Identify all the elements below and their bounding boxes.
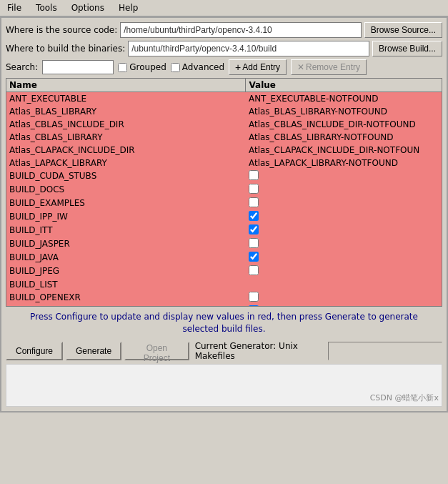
build-input[interactable] [128,41,369,56]
row-name-cell: BUILD_CUDA_STUBS [6,169,246,183]
browse-build-button[interactable]: Browse Build... [372,41,442,56]
bottom-buttons: Configure Generate Open Project Current … [6,341,442,361]
row-value-cell [246,278,442,291]
row-name-cell: BUILD_ITT [6,224,246,237]
row-value-cell[interactable] [246,183,442,197]
row-checkbox[interactable] [249,170,259,180]
row-value-cell: Atlas_CLAPACK_INCLUDE_DIR-NOTFOUN [246,144,442,157]
table-row[interactable]: BUILD_PACKAGE [6,305,442,307]
row-value-cell[interactable] [246,169,442,183]
row-value-cell[interactable] [246,224,442,237]
row-value-cell[interactable] [246,237,442,251]
table-row[interactable]: BUILD_JASPER [6,237,442,251]
cmake-table-container[interactable]: Name Value ANT_EXECUTABLEANT_EXECUTABLE-… [6,78,442,307]
row-name-cell: BUILD_JAVA [6,251,246,265]
row-checkbox[interactable] [249,184,259,194]
watermark-area: CSDN @蜡笔小新x [6,364,442,407]
row-value-cell: ANT_EXECUTABLE-NOTFOUND [246,92,442,105]
table-row[interactable]: Atlas_CBLAS_LIBRARYAtlas_CBLAS_LIBRARY-N… [6,131,442,144]
row-checkbox[interactable] [249,197,259,207]
col-name-header: Name [6,79,246,92]
row-value-cell[interactable] [246,265,442,278]
row-checkbox[interactable] [249,305,259,307]
row-checkbox[interactable] [249,252,259,262]
remove-entry-label: Remove Entry [306,62,360,72]
row-value-cell: Atlas_CBLAS_LIBRARY-NOTFOUND [246,131,442,144]
row-checkbox[interactable] [249,224,259,234]
search-input[interactable] [42,60,114,74]
generator-input[interactable] [328,342,442,360]
add-entry-button[interactable]: + Add Entry [229,59,287,75]
table-row[interactable]: BUILD_EXAMPLES [6,197,442,210]
row-name-cell: BUILD_DOCS [6,183,246,197]
search-label: Search: [6,62,38,72]
menubar: File Tools Options Help [0,0,448,16]
col-value-header: Value [246,79,442,92]
grouped-label: Grouped [129,62,166,72]
row-value-cell[interactable] [246,291,442,305]
row-name-cell: BUILD_JPEG [6,265,246,278]
status-bar: Press Configure to update and display ne… [6,310,442,337]
row-name-cell: ANT_EXECUTABLE [6,92,246,105]
row-name-cell: Atlas_CLAPACK_INCLUDE_DIR [6,144,246,157]
advanced-checkbox[interactable] [171,63,180,72]
generate-button[interactable]: Generate [66,342,121,360]
row-value-cell[interactable] [246,305,442,307]
status-line1: Press Configure to update and display ne… [30,312,418,322]
row-name-cell: Atlas_CBLAS_LIBRARY [6,131,246,144]
table-row[interactable]: BUILD_ITT [6,224,442,237]
row-value-cell[interactable] [246,251,442,265]
table-row[interactable]: BUILD_OPENEXR [6,291,442,305]
menu-options[interactable]: Options [67,1,109,14]
row-checkbox[interactable] [249,265,259,275]
row-checkbox[interactable] [249,292,259,302]
generator-label: Current Generator: Unix Makefiles [195,341,325,361]
row-name-cell: Atlas_CBLAS_INCLUDE_DIR [6,118,246,131]
toolbar-row: Search: Grouped Advanced + Add Entry ✕ R… [6,59,442,75]
table-row[interactable]: BUILD_JAVA [6,251,442,265]
table-row[interactable]: Atlas_BLAS_LIBRARYAtlas_BLAS_LIBRARY-NOT… [6,105,442,118]
row-name-cell: BUILD_PACKAGE [6,305,246,307]
advanced-label: Advanced [182,62,224,72]
menu-file[interactable]: File [3,1,26,14]
table-row[interactable]: BUILD_LIST [6,278,442,291]
remove-entry-button[interactable]: ✕ Remove Entry [291,59,367,75]
grouped-checkbox-group[interactable]: Grouped [118,62,166,72]
status-line2: selected build files. [182,324,265,334]
source-label: Where is the source code: [6,25,117,35]
table-row[interactable]: BUILD_DOCS [6,183,442,197]
row-value-cell[interactable] [246,197,442,210]
row-name-cell: BUILD_OPENEXR [6,291,246,305]
row-name-cell: BUILD_LIST [6,278,246,291]
row-value-cell[interactable] [246,210,442,224]
table-row[interactable]: Atlas_CBLAS_INCLUDE_DIRAtlas_CBLAS_INCLU… [6,118,442,131]
configure-button[interactable]: Configure [6,342,63,360]
watermark: CSDN @蜡笔小新x [370,392,439,403]
advanced-checkbox-group[interactable]: Advanced [171,62,224,72]
menu-tools[interactable]: Tools [31,1,61,14]
table-row[interactable]: Atlas_CLAPACK_INCLUDE_DIRAtlas_CLAPACK_I… [6,144,442,157]
table-row[interactable]: Atlas_LAPACK_LIBRARYAtlas_LAPACK_LIBRARY… [6,157,442,169]
row-name-cell: Atlas_BLAS_LIBRARY [6,105,246,118]
row-checkbox[interactable] [249,238,259,248]
x-icon: ✕ [297,62,304,72]
build-row: Where to build the binaries: Browse Buil… [6,41,442,56]
row-name-cell: BUILD_JASPER [6,237,246,251]
table-row[interactable]: ANT_EXECUTABLEANT_EXECUTABLE-NOTFOUND [6,92,442,105]
source-input[interactable] [120,22,361,38]
plus-icon: + [235,62,241,72]
table-row[interactable]: BUILD_IPP_IW [6,210,442,224]
cmake-table: Name Value ANT_EXECUTABLEANT_EXECUTABLE-… [6,79,442,307]
row-name-cell: Atlas_LAPACK_LIBRARY [6,157,246,169]
table-row[interactable]: BUILD_CUDA_STUBS [6,169,442,183]
row-checkbox[interactable] [249,211,259,221]
build-label: Where to build the binaries: [6,44,125,54]
browse-source-button[interactable]: Browse Source... [364,22,442,38]
grouped-checkbox[interactable] [118,63,127,72]
open-project-button: Open Project [124,342,189,360]
row-value-cell: Atlas_CBLAS_INCLUDE_DIR-NOTFOUND [246,118,442,131]
menu-help[interactable]: Help [114,1,142,14]
table-row[interactable]: BUILD_JPEG [6,265,442,278]
row-value-cell: Atlas_LAPACK_LIBRARY-NOTFOUND [246,157,442,169]
row-name-cell: BUILD_EXAMPLES [6,197,246,210]
